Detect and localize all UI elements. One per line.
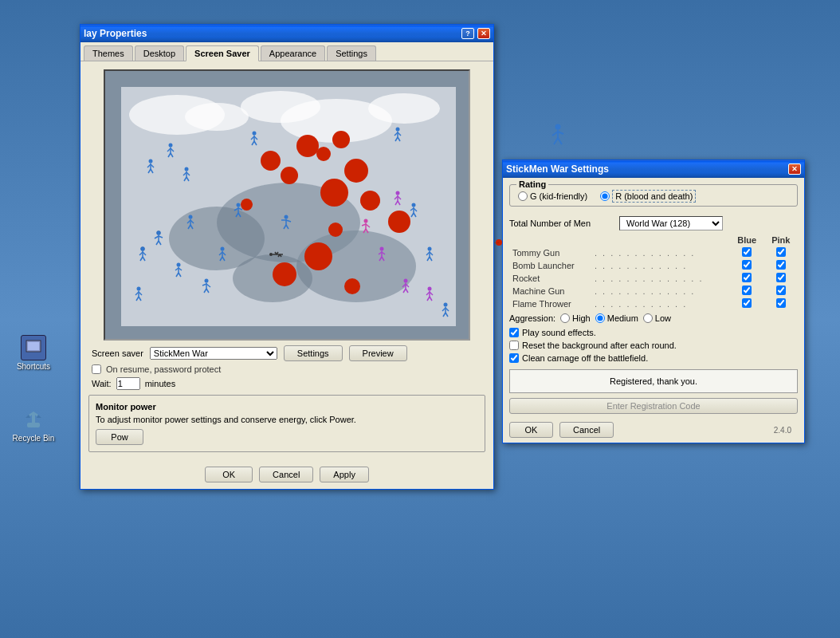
tab-appearance[interactable]: Appearance: [261, 45, 325, 61]
display-props-title: lay Properties: [84, 28, 147, 39]
screensaver-select[interactable]: StickMen War: [150, 347, 277, 360]
shortcuts-label: Shortcuts: [17, 362, 50, 371]
tommy-blue-check[interactable]: [742, 247, 752, 257]
svg-line-37: [220, 257, 222, 261]
clean-checkbox[interactable]: [509, 353, 519, 363]
svg-point-3: [141, 247, 145, 251]
display-props-buttons: OK Cancel Apply: [80, 460, 493, 489]
svg-line-74: [406, 289, 408, 293]
rocket-blue-check[interactable]: [742, 273, 752, 282]
weapon-row-rocket: Rocket . . . . . . . . . . . . . .: [509, 272, 798, 285]
screen-saver-label: Screen saver: [92, 349, 143, 358]
weapons-header-name: [509, 234, 730, 246]
stickmen-titlebar-buttons: ✕: [788, 163, 801, 175]
svg-point-69: [404, 279, 408, 283]
rating-label: Rating: [516, 179, 548, 189]
tab-settings[interactable]: Settings: [327, 45, 376, 61]
rating-g-radio[interactable]: [518, 191, 528, 201]
total-men-row: Total Number of Men Small Battle (32) Me…: [503, 213, 804, 234]
aggression-low-radio[interactable]: [643, 313, 653, 323]
desktop: Shortcuts Recycle Bin lay Properties ? ✕…: [0, 0, 840, 638]
aggression-high-radio[interactable]: [560, 313, 570, 323]
svg-line-13: [156, 241, 159, 245]
weapon-row-tommy: Tommy Gun . . . . . . . . . . . . .: [509, 246, 798, 259]
tab-desktop[interactable]: Desktop: [135, 45, 184, 61]
svg-point-123: [137, 287, 141, 291]
total-men-label: Total Number of Men: [509, 219, 613, 228]
apply-button[interactable]: Apply: [320, 467, 369, 482]
rocket-label: Rocket: [509, 272, 591, 285]
display-props-titlebar[interactable]: lay Properties ? ✕: [80, 25, 493, 42]
sound-checkbox[interactable]: [509, 328, 519, 337]
tommy-pink-check[interactable]: [776, 247, 786, 257]
tab-screensaver[interactable]: Screen Saver: [186, 45, 259, 61]
reset-checkbox[interactable]: [509, 341, 519, 350]
rocket-pink-check[interactable]: [776, 273, 786, 282]
stickmen-close-button[interactable]: ✕: [788, 163, 801, 175]
aggression-medium: Medium: [595, 313, 638, 323]
svg-line-56: [430, 257, 432, 261]
svg-line-50: [414, 213, 416, 217]
svg-line-49: [411, 213, 414, 217]
aggression-label: Aggression:: [509, 313, 555, 323]
cancel-button[interactable]: Cancel: [259, 467, 313, 482]
svg-line-140: [446, 313, 448, 317]
bomb-blue-check[interactable]: [742, 260, 752, 270]
tab-bar: Themes Desktop Screen Saver Appearance S…: [80, 42, 493, 61]
preview-button[interactable]: Preview: [349, 345, 407, 361]
total-men-select[interactable]: Small Battle (32) Medium Battle (64) Lar…: [619, 216, 723, 230]
svg-point-117: [396, 128, 400, 132]
rating-r-radio[interactable]: [600, 191, 610, 201]
battle-scene: [121, 87, 456, 326]
svg-line-122: [398, 137, 400, 141]
sound-effects-row: Play sound effects.: [503, 326, 804, 339]
reset-background-row: Reset the background after each round.: [503, 339, 804, 352]
tab-themes[interactable]: Themes: [84, 45, 133, 61]
version-text: 2.4.0: [767, 424, 798, 436]
machine-gun-label: Machine Gun: [509, 285, 591, 297]
svg-line-79: [363, 229, 366, 233]
svg-line-127: [136, 297, 139, 301]
arrow-indicator: →: [493, 238, 500, 246]
svg-rect-1: [28, 342, 39, 350]
svg-point-45: [412, 203, 416, 207]
flame-pink-check[interactable]: [776, 298, 786, 308]
svg-rect-2: [27, 423, 40, 427]
recycle-label: Recycle Bin: [13, 434, 55, 443]
stickmen-ok-button[interactable]: OK: [509, 422, 553, 438]
clean-label: Clean carnage off the battlefield.: [522, 353, 648, 363]
svg-line-73: [403, 289, 406, 293]
machine-blue-check[interactable]: [742, 286, 752, 295]
svg-line-7: [140, 257, 143, 261]
svg-line-146: [558, 138, 562, 144]
machine-pink-check[interactable]: [776, 286, 786, 295]
stickmen-titlebar[interactable]: StickMen War Settings ✕: [503, 160, 804, 178]
bomb-pink-check[interactable]: [776, 260, 786, 270]
svg-line-116: [254, 141, 257, 145]
desktop-icon-shortcuts[interactable]: Shortcuts: [8, 335, 59, 371]
weapons-table: Blue Pink Tommy Gun . . . . . . . . . . …: [509, 234, 798, 310]
svg-line-55: [427, 257, 430, 261]
svg-line-61: [395, 201, 398, 205]
password-checkbox[interactable]: [92, 364, 101, 374]
flame-blue-check[interactable]: [742, 298, 752, 308]
aggression-high-label: High: [572, 313, 591, 323]
ok-button[interactable]: OK: [205, 467, 253, 482]
power-button[interactable]: Pow: [96, 429, 143, 445]
stickmen-cancel-button[interactable]: Cancel: [559, 422, 614, 438]
screensaver-content: Screen saver StickMen War Settings Previ…: [80, 61, 493, 460]
flame-thrower-dots: . . . . . . . . . . . .: [591, 297, 730, 310]
help-button[interactable]: ?: [461, 28, 474, 39]
desktop-icon-recycle[interactable]: Recycle Bin: [8, 407, 59, 443]
svg-point-51: [428, 247, 432, 251]
svg-line-103: [168, 153, 171, 157]
registered-box: Registered, thank you.: [509, 369, 798, 393]
close-button[interactable]: ✕: [477, 28, 490, 39]
reg-code-button[interactable]: Enter Registration Code: [509, 398, 798, 414]
svg-line-139: [443, 313, 446, 317]
settings-button[interactable]: Settings: [284, 345, 343, 361]
svg-line-68: [382, 257, 384, 261]
screensaver-preview: [104, 69, 470, 341]
aggression-medium-radio[interactable]: [595, 313, 605, 323]
wait-input[interactable]: [116, 377, 140, 390]
